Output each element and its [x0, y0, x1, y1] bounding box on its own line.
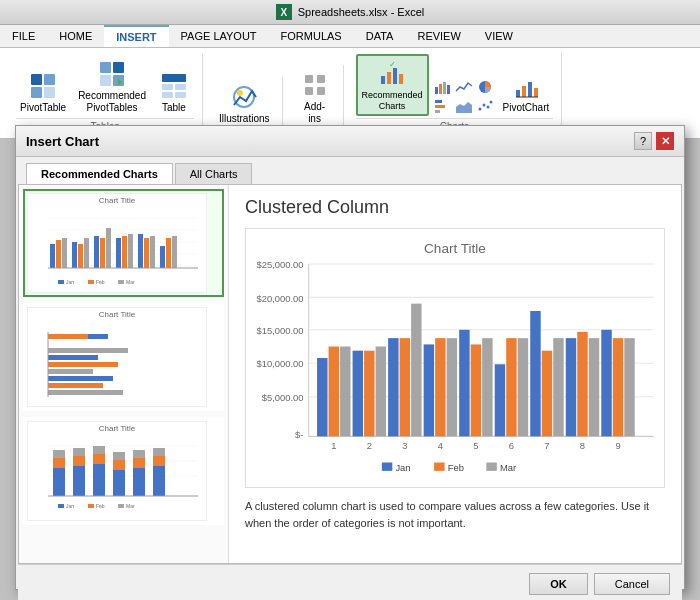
illustrations-label: Illustrations [219, 113, 270, 125]
tab-review[interactable]: REVIEW [405, 25, 472, 47]
tab-data[interactable]: DATA [354, 25, 406, 47]
svg-rect-147 [518, 338, 528, 436]
pivotchart-button[interactable]: PivotChart [499, 68, 554, 116]
svg-rect-38 [522, 86, 526, 97]
tab-home[interactable]: HOME [47, 25, 104, 47]
excel-icon: X [276, 4, 292, 20]
svg-rect-141 [459, 330, 469, 437]
tab-formulas[interactable]: FORMULAS [269, 25, 354, 47]
svg-rect-106 [88, 504, 94, 508]
svg-rect-28 [447, 85, 450, 94]
svg-rect-146 [506, 338, 516, 436]
pie-chart-button[interactable] [475, 78, 495, 96]
svg-rect-51 [78, 244, 83, 268]
scatter-chart-button[interactable] [475, 98, 495, 116]
ribbon-group-charts-items: ✓ RecommendedCharts [356, 54, 554, 116]
thumbnail-bar[interactable]: Chart Title [23, 303, 224, 411]
svg-text:8: 8 [580, 440, 585, 451]
svg-rect-4 [100, 62, 111, 73]
pivotchart-icon [510, 70, 542, 102]
svg-rect-149 [530, 311, 540, 436]
thumbnail-stacked-column[interactable]: Chart Title [23, 417, 224, 525]
svg-rect-66 [58, 280, 64, 284]
svg-text:5: 5 [473, 440, 478, 451]
table-button[interactable]: Table [154, 68, 194, 116]
window-title: Spreadsheets.xlsx - Excel [298, 6, 425, 18]
addins-button[interactable]: Add-ins [295, 67, 335, 127]
recommended-charts-label: RecommendedCharts [362, 90, 423, 112]
thumbnail-clustered-column[interactable]: Chart Title [23, 189, 224, 297]
svg-text:9: 9 [615, 440, 620, 451]
svg-rect-127 [340, 347, 350, 437]
pivottable-label: PivotTable [20, 102, 66, 114]
svg-rect-9 [162, 74, 186, 82]
column-chart-button[interactable] [433, 78, 453, 96]
svg-rect-10 [162, 84, 173, 90]
svg-rect-50 [72, 242, 77, 268]
svg-rect-31 [435, 105, 445, 108]
dialog-close-button[interactable]: ✕ [656, 132, 674, 150]
svg-point-33 [478, 107, 481, 110]
ribbon-group-addins: Add-ins [287, 65, 344, 134]
svg-rect-64 [172, 236, 177, 268]
svg-rect-61 [150, 236, 155, 268]
svg-rect-23 [399, 74, 403, 84]
cancel-button[interactable]: Cancel [594, 573, 670, 595]
dialog-title-bar: Insert Chart ? ✕ [16, 126, 684, 157]
svg-rect-77 [48, 369, 93, 374]
tab-view[interactable]: VIEW [473, 25, 525, 47]
svg-rect-85 [53, 468, 65, 496]
ribbon-group-illustrations-items: Illustrations [215, 79, 274, 127]
thumb1-title: Chart Title [28, 196, 206, 205]
svg-rect-19 [317, 87, 325, 95]
svg-rect-94 [113, 470, 125, 496]
svg-text:Jan: Jan [395, 462, 410, 473]
line-chart-button[interactable] [454, 78, 474, 96]
recommended-pivottables-button[interactable]: RecommendedPivotTables [74, 56, 150, 116]
svg-text:Feb: Feb [96, 279, 105, 285]
chart-detail-panel: Clustered Column Chart Title $25,000.00 [229, 185, 681, 563]
svg-rect-27 [443, 82, 446, 94]
thumbnail-bar-preview: Chart Title [27, 307, 207, 407]
svg-rect-26 [439, 84, 442, 94]
svg-rect-12 [162, 92, 173, 98]
svg-text:Feb: Feb [96, 503, 105, 509]
svg-rect-22 [393, 68, 397, 84]
svg-rect-89 [73, 456, 85, 466]
recommended-charts-button[interactable]: ✓ RecommendedCharts [356, 54, 429, 116]
title-bar: X Spreadsheets.xlsx - Excel [0, 0, 700, 25]
chart-thumbnails-panel: Chart Title [19, 185, 229, 563]
svg-rect-0 [31, 74, 42, 85]
svg-text:Chart Title: Chart Title [424, 242, 486, 257]
svg-rect-30 [435, 100, 442, 103]
recommended-charts-icon: ✓ [376, 58, 408, 90]
svg-rect-159 [624, 338, 634, 436]
illustrations-button[interactable]: Illustrations [215, 79, 274, 127]
svg-text:Mar: Mar [126, 503, 135, 509]
svg-rect-76 [48, 362, 118, 367]
svg-rect-125 [317, 358, 327, 436]
tab-insert[interactable]: INSERT [104, 25, 168, 47]
svg-rect-49 [62, 238, 67, 268]
tab-file[interactable]: FILE [0, 25, 47, 47]
bar-chart-button[interactable] [433, 98, 453, 116]
svg-rect-79 [48, 383, 103, 388]
svg-rect-95 [113, 460, 125, 470]
svg-text:Feb: Feb [448, 462, 464, 473]
area-chart-button[interactable] [454, 98, 474, 116]
ok-button[interactable]: OK [529, 573, 588, 595]
svg-rect-154 [577, 332, 587, 437]
svg-rect-96 [113, 452, 125, 460]
svg-text:Mar: Mar [500, 462, 516, 473]
svg-rect-17 [317, 75, 325, 83]
thumb3-title: Chart Title [28, 424, 206, 433]
tab-recommended-charts[interactable]: Recommended Charts [26, 163, 173, 184]
svg-rect-90 [73, 448, 85, 456]
svg-rect-13 [175, 92, 186, 98]
svg-rect-2 [31, 87, 42, 98]
tab-all-charts[interactable]: All Charts [175, 163, 253, 184]
pivottable-button[interactable]: PivotTable [16, 68, 70, 116]
recommended-pivottables-label: RecommendedPivotTables [78, 90, 146, 114]
dialog-help-button[interactable]: ? [634, 132, 652, 150]
tab-page-layout[interactable]: PAGE LAYOUT [169, 25, 269, 47]
